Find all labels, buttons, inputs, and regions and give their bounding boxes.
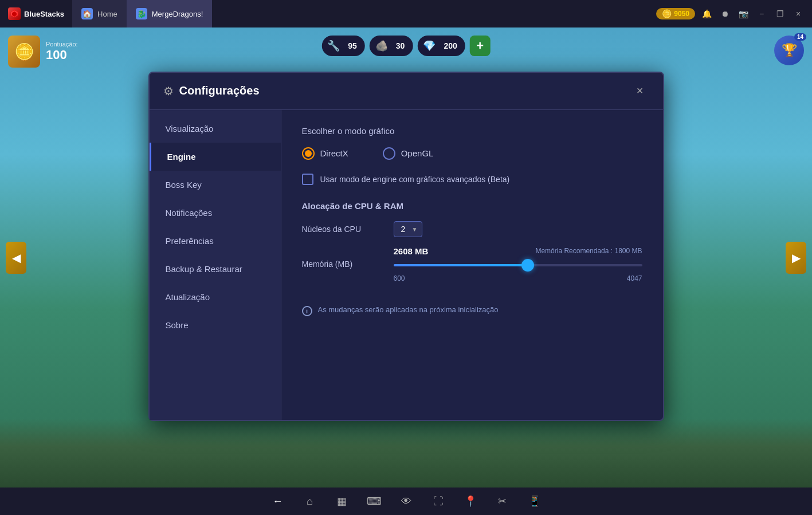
nav-atualizacao[interactable]: Atualização <box>150 283 281 311</box>
nav-sobre[interactable]: Sobre <box>150 311 281 339</box>
memory-slider-container <box>394 260 642 271</box>
directx-radio[interactable]: DirectX <box>302 147 348 160</box>
graphics-mode-label: Escolher o modo gráfico <box>302 126 642 136</box>
nav-preferencias[interactable]: Preferências <box>150 227 281 255</box>
nav-backup[interactable]: Backup & Restaurar <box>150 255 281 283</box>
advanced-engine-checkbox[interactable] <box>302 174 313 185</box>
nav-engine[interactable]: Engine <box>150 143 281 171</box>
slider-range: 600 4047 <box>394 274 642 282</box>
graphics-radio-group: DirectX OpenGL <box>302 147 642 160</box>
opengl-radio[interactable]: OpenGL <box>383 147 434 160</box>
advanced-engine-label: Usar modo de engine com gráficos avançad… <box>320 175 510 184</box>
settings-gear-icon: ⚙ <box>163 84 174 98</box>
settings-title: Configurações <box>179 84 260 97</box>
cpu-select[interactable]: 1 2 3 4 <box>394 221 422 237</box>
memory-label: Memória (MB) <box>302 260 394 269</box>
cpu-row: Núcleos da CPU 1 2 3 4 ▼ <box>302 221 642 237</box>
memory-right: 2608 MB Memória Recomendada : 1800 MB 60… <box>394 246 642 282</box>
cpu-select-wrapper: 1 2 3 4 ▼ <box>394 221 422 237</box>
memory-slider-thumb[interactable] <box>521 259 534 272</box>
nav-visualizacao[interactable]: Visualização <box>150 115 281 143</box>
slider-max: 4047 <box>627 274 642 282</box>
modal-header: ⚙ Configurações × <box>150 73 663 110</box>
info-note: i As mudanças serão aplicadas na próxima… <box>302 305 642 316</box>
directx-label: DirectX <box>320 148 348 158</box>
settings-modal: ⚙ Configurações × Visualização Engine Bo… <box>148 72 664 421</box>
modal-body: Visualização Engine Boss Key Notificaçõe… <box>150 110 663 420</box>
slider-min: 600 <box>394 274 405 282</box>
info-icon: i <box>302 306 312 316</box>
cpu-label: Núcleos da CPU <box>302 225 394 234</box>
memory-slider-track <box>394 264 642 266</box>
opengl-radio-circle <box>383 147 395 160</box>
settings-sidebar: Visualização Engine Boss Key Notificaçõe… <box>150 110 281 420</box>
directx-radio-circle <box>302 147 315 160</box>
opengl-label: OpenGL <box>401 148 434 158</box>
advanced-engine-row: Usar modo de engine com gráficos avançad… <box>302 174 642 185</box>
nav-notificacoes[interactable]: Notificações <box>150 199 281 227</box>
info-text: As mudanças serão aplicadas na próxima i… <box>318 305 499 314</box>
memory-slider-fill <box>394 264 528 266</box>
settings-content: Escolher o modo gráfico DirectX OpenGL U… <box>281 110 663 420</box>
nav-boss-key[interactable]: Boss Key <box>150 171 281 199</box>
memory-value-row: 2608 MB Memória Recomendada : 1800 MB <box>394 246 642 256</box>
memory-current-value: 2608 MB <box>394 246 429 256</box>
alloc-title: Alocação de CPU & RAM <box>302 201 642 211</box>
modal-overlay: ⚙ Configurações × Visualização Engine Bo… <box>0 0 812 515</box>
settings-close-button[interactable]: × <box>631 82 649 100</box>
memory-recommended-value: Memória Recomendada : 1800 MB <box>535 247 642 255</box>
memory-row: Memória (MB) 2608 MB Memória Recomendada… <box>302 246 642 282</box>
